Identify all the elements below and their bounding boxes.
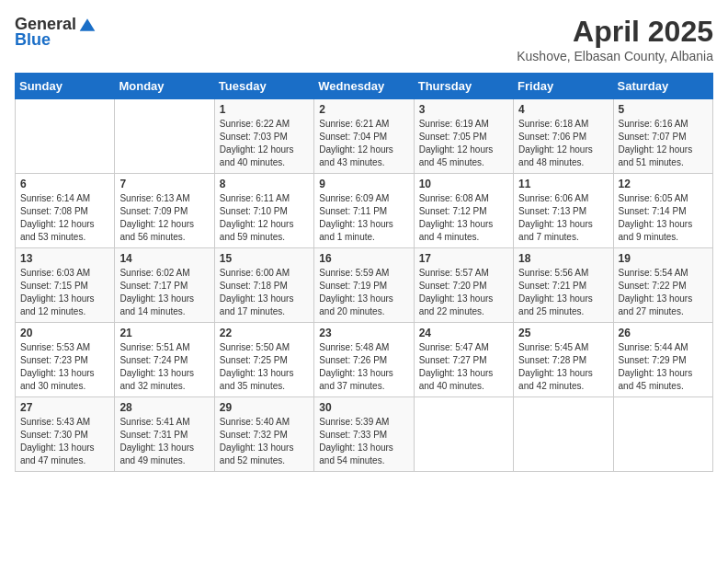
calendar-cell: 26Sunrise: 5:44 AM Sunset: 7:29 PM Dayli… <box>613 323 712 397</box>
calendar-cell: 4Sunrise: 6:18 AM Sunset: 7:06 PM Daylig… <box>514 99 613 174</box>
day-number: 7 <box>119 178 209 190</box>
day-number: 20 <box>20 327 109 339</box>
calendar-cell: 27Sunrise: 5:43 AM Sunset: 7:30 PM Dayli… <box>16 397 115 472</box>
day-info: Sunrise: 6:19 AM Sunset: 7:05 PM Dayligh… <box>419 118 508 169</box>
day-number: 22 <box>220 327 309 339</box>
calendar-cell <box>16 99 115 174</box>
day-info: Sunrise: 6:13 AM Sunset: 7:09 PM Dayligh… <box>119 192 209 244</box>
day-info: Sunrise: 5:41 AM Sunset: 7:31 PM Dayligh… <box>119 416 209 467</box>
day-info: Sunrise: 6:16 AM Sunset: 7:07 PM Dayligh… <box>619 118 708 169</box>
weekday-header: Thursday <box>414 74 513 99</box>
day-number: 21 <box>119 327 209 339</box>
day-info: Sunrise: 5:44 AM Sunset: 7:29 PM Dayligh… <box>619 341 708 393</box>
day-info: Sunrise: 5:50 AM Sunset: 7:25 PM Dayligh… <box>220 341 309 393</box>
weekday-header: Tuesday <box>214 74 313 99</box>
calendar-cell: 17Sunrise: 5:57 AM Sunset: 7:20 PM Dayli… <box>414 248 513 323</box>
calendar-week-row: 1Sunrise: 6:22 AM Sunset: 7:03 PM Daylig… <box>16 99 713 174</box>
calendar-cell <box>514 397 613 472</box>
calendar-cell: 16Sunrise: 5:59 AM Sunset: 7:19 PM Dayli… <box>314 248 414 323</box>
calendar-week-row: 6Sunrise: 6:14 AM Sunset: 7:08 PM Daylig… <box>16 174 713 248</box>
calendar-cell: 5Sunrise: 6:16 AM Sunset: 7:07 PM Daylig… <box>613 99 712 174</box>
day-number: 25 <box>518 327 608 339</box>
day-number: 16 <box>319 252 408 265</box>
day-number: 30 <box>319 401 408 414</box>
day-info: Sunrise: 5:57 AM Sunset: 7:20 PM Dayligh… <box>419 267 508 318</box>
calendar-cell: 10Sunrise: 6:08 AM Sunset: 7:12 PM Dayli… <box>414 174 513 248</box>
page-header: General Blue April 2025 Kushove, Elbasan… <box>15 15 713 63</box>
calendar-cell: 13Sunrise: 6:03 AM Sunset: 7:15 PM Dayli… <box>16 248 115 323</box>
calendar-week-row: 13Sunrise: 6:03 AM Sunset: 7:15 PM Dayli… <box>16 248 713 323</box>
logo-icon <box>78 16 97 34</box>
day-number: 27 <box>20 401 109 414</box>
day-number: 28 <box>119 401 209 414</box>
day-info: Sunrise: 6:21 AM Sunset: 7:04 PM Dayligh… <box>319 118 408 169</box>
day-info: Sunrise: 5:40 AM Sunset: 7:32 PM Dayligh… <box>220 416 309 467</box>
day-number: 1 <box>220 103 309 116</box>
day-info: Sunrise: 5:48 AM Sunset: 7:26 PM Dayligh… <box>319 341 408 393</box>
calendar-cell: 25Sunrise: 5:45 AM Sunset: 7:28 PM Dayli… <box>514 323 613 397</box>
calendar-cell: 30Sunrise: 5:39 AM Sunset: 7:33 PM Dayli… <box>314 397 414 472</box>
calendar-cell: 19Sunrise: 5:54 AM Sunset: 7:22 PM Dayli… <box>613 248 712 323</box>
day-number: 29 <box>220 401 309 414</box>
day-info: Sunrise: 6:08 AM Sunset: 7:12 PM Dayligh… <box>419 192 508 244</box>
day-number: 14 <box>119 252 209 265</box>
day-info: Sunrise: 5:45 AM Sunset: 7:28 PM Dayligh… <box>518 341 608 393</box>
day-number: 26 <box>619 327 708 339</box>
day-info: Sunrise: 6:00 AM Sunset: 7:18 PM Dayligh… <box>220 267 309 318</box>
calendar-cell: 6Sunrise: 6:14 AM Sunset: 7:08 PM Daylig… <box>16 174 115 248</box>
day-info: Sunrise: 6:18 AM Sunset: 7:06 PM Dayligh… <box>518 118 608 169</box>
calendar-cell: 9Sunrise: 6:09 AM Sunset: 7:11 PM Daylig… <box>314 174 414 248</box>
day-number: 3 <box>419 103 508 116</box>
weekday-header: Sunday <box>16 74 115 99</box>
calendar-cell: 12Sunrise: 6:05 AM Sunset: 7:14 PM Dayli… <box>613 174 712 248</box>
calendar-cell: 3Sunrise: 6:19 AM Sunset: 7:05 PM Daylig… <box>414 99 513 174</box>
day-info: Sunrise: 6:03 AM Sunset: 7:15 PM Dayligh… <box>20 267 109 318</box>
calendar-cell: 2Sunrise: 6:21 AM Sunset: 7:04 PM Daylig… <box>314 99 414 174</box>
month-title: April 2025 <box>517 15 713 49</box>
day-number: 8 <box>220 178 309 190</box>
calendar-cell: 14Sunrise: 6:02 AM Sunset: 7:17 PM Dayli… <box>115 248 214 323</box>
day-info: Sunrise: 5:56 AM Sunset: 7:21 PM Dayligh… <box>518 267 608 318</box>
day-number: 9 <box>319 178 408 190</box>
calendar-cell: 21Sunrise: 5:51 AM Sunset: 7:24 PM Dayli… <box>115 323 214 397</box>
day-number: 17 <box>419 252 508 265</box>
day-number: 19 <box>619 252 708 265</box>
calendar-cell: 29Sunrise: 5:40 AM Sunset: 7:32 PM Dayli… <box>214 397 313 472</box>
calendar-cell: 1Sunrise: 6:22 AM Sunset: 7:03 PM Daylig… <box>214 99 313 174</box>
title-area: April 2025 Kushove, Elbasan County, Alba… <box>517 15 713 63</box>
calendar-cell: 24Sunrise: 5:47 AM Sunset: 7:27 PM Dayli… <box>414 323 513 397</box>
calendar-cell: 11Sunrise: 6:06 AM Sunset: 7:13 PM Dayli… <box>514 174 613 248</box>
day-info: Sunrise: 6:22 AM Sunset: 7:03 PM Dayligh… <box>220 118 309 169</box>
calendar-cell: 28Sunrise: 5:41 AM Sunset: 7:31 PM Dayli… <box>115 397 214 472</box>
day-info: Sunrise: 5:59 AM Sunset: 7:19 PM Dayligh… <box>319 267 408 318</box>
day-info: Sunrise: 5:53 AM Sunset: 7:23 PM Dayligh… <box>20 341 109 393</box>
day-number: 24 <box>419 327 508 339</box>
day-number: 6 <box>20 178 109 190</box>
day-number: 15 <box>220 252 309 265</box>
calendar-cell: 23Sunrise: 5:48 AM Sunset: 7:26 PM Dayli… <box>314 323 414 397</box>
day-info: Sunrise: 6:05 AM Sunset: 7:14 PM Dayligh… <box>619 192 708 244</box>
calendar-week-row: 20Sunrise: 5:53 AM Sunset: 7:23 PM Dayli… <box>16 323 713 397</box>
weekday-header: Friday <box>514 74 613 99</box>
calendar-cell: 15Sunrise: 6:00 AM Sunset: 7:18 PM Dayli… <box>214 248 313 323</box>
weekday-header: Monday <box>115 74 214 99</box>
day-number: 13 <box>20 252 109 265</box>
calendar-cell <box>613 397 712 472</box>
logo-blue: Blue <box>15 30 51 50</box>
day-number: 12 <box>619 178 708 190</box>
calendar-cell: 18Sunrise: 5:56 AM Sunset: 7:21 PM Dayli… <box>514 248 613 323</box>
day-info: Sunrise: 6:02 AM Sunset: 7:17 PM Dayligh… <box>119 267 209 318</box>
day-info: Sunrise: 5:47 AM Sunset: 7:27 PM Dayligh… <box>419 341 508 393</box>
svg-marker-0 <box>80 18 96 30</box>
location-subtitle: Kushove, Elbasan County, Albania <box>517 49 713 63</box>
day-number: 23 <box>319 327 408 339</box>
day-info: Sunrise: 6:09 AM Sunset: 7:11 PM Dayligh… <box>319 192 408 244</box>
day-info: Sunrise: 6:11 AM Sunset: 7:10 PM Dayligh… <box>220 192 309 244</box>
day-info: Sunrise: 5:54 AM Sunset: 7:22 PM Dayligh… <box>619 267 708 318</box>
day-info: Sunrise: 5:43 AM Sunset: 7:30 PM Dayligh… <box>20 416 109 467</box>
day-number: 4 <box>518 103 608 116</box>
weekday-header: Wednesday <box>314 74 414 99</box>
calendar-cell <box>115 99 214 174</box>
calendar-cell: 20Sunrise: 5:53 AM Sunset: 7:23 PM Dayli… <box>16 323 115 397</box>
weekday-header: Saturday <box>613 74 712 99</box>
